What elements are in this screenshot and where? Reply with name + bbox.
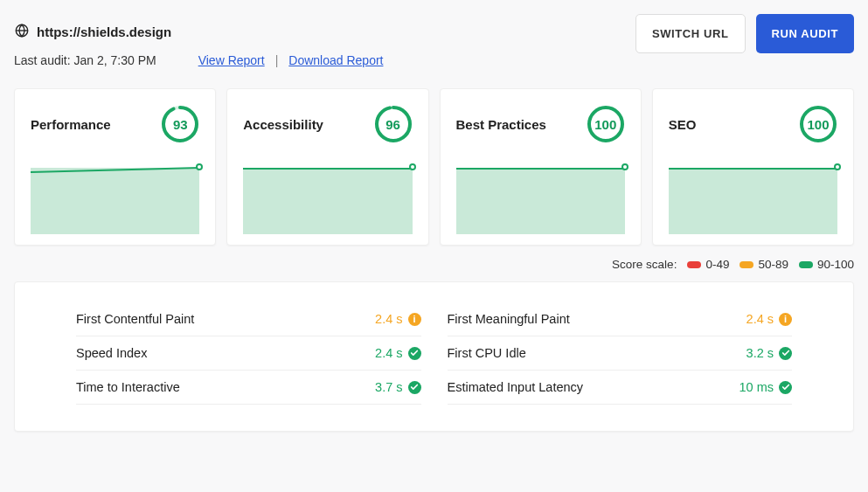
sparkline: [456, 168, 625, 234]
card-seo[interactable]: SEO 100: [652, 88, 854, 246]
metric-row: Time to Interactive3.7 s: [76, 371, 421, 405]
sparkline: [31, 168, 199, 234]
sparkline: [669, 168, 837, 234]
card-title: Performance: [31, 117, 111, 132]
score-value: 100: [587, 105, 625, 143]
metric-row: Speed Index2.4 s: [76, 336, 421, 371]
legend-mid: 50-89: [740, 258, 788, 271]
status-pass-icon: [408, 347, 421, 360]
pill-green-icon: [799, 261, 813, 268]
card-title: SEO: [669, 117, 697, 132]
separator: |: [275, 53, 279, 67]
score-gauge: 100: [587, 105, 625, 143]
score-value: 96: [374, 105, 413, 143]
sparkline: [243, 168, 412, 234]
score-gauge: 93: [161, 105, 199, 143]
card-performance[interactable]: Performance 93: [14, 88, 216, 246]
metrics-panel: First Contentful Paint2.4 siSpeed Index2…: [14, 281, 854, 432]
card-title: Best Practices: [456, 117, 546, 132]
pill-red-icon: [687, 261, 701, 268]
status-warn-icon: i: [408, 313, 421, 326]
metric-value: 2.4 si: [746, 312, 792, 326]
url-row: https://shields.design: [14, 14, 383, 41]
metrics-column-right: First Meaningful Paint2.4 siFirst CPU Id…: [448, 312, 793, 405]
metric-row: First CPU Idle3.2 s: [448, 336, 793, 371]
header-right: SWITCH URL RUN AUDIT: [635, 14, 854, 53]
metric-row: Estimated Input Latency10 ms: [448, 371, 793, 405]
score-gauge: 100: [799, 105, 837, 143]
metric-value: 3.7 s: [375, 380, 420, 394]
pill-orange-icon: [740, 261, 753, 268]
metric-value: 3.2 s: [746, 346, 792, 360]
metric-value: 10 ms: [740, 380, 793, 394]
score-value: 100: [799, 105, 837, 143]
page-url: https://shields.design: [37, 24, 171, 39]
metric-value: 2.4 s: [375, 346, 420, 360]
meta-row: Last audit: Jan 2, 7:30 PM View Report |…: [14, 53, 383, 67]
view-report-link[interactable]: View Report: [198, 53, 265, 67]
metric-label: Estimated Input Latency: [448, 380, 584, 394]
switch-url-button[interactable]: SWITCH URL: [635, 14, 746, 53]
last-audit-label: Last audit: Jan 2, 7:30 PM: [14, 53, 156, 67]
metric-label: First Meaningful Paint: [448, 312, 570, 326]
card-accessibility[interactable]: Accessibility 96: [226, 88, 428, 246]
metric-label: Time to Interactive: [76, 380, 180, 394]
metrics-column-left: First Contentful Paint2.4 siSpeed Index2…: [76, 312, 421, 405]
metric-label: First Contentful Paint: [76, 312, 194, 326]
globe-icon: [14, 23, 30, 41]
score-value: 93: [161, 105, 199, 143]
status-warn-icon: i: [779, 313, 792, 326]
status-pass-icon: [779, 381, 792, 394]
score-gauge: 96: [374, 105, 413, 143]
run-audit-button[interactable]: RUN AUDIT: [756, 14, 854, 53]
metric-label: Speed Index: [76, 346, 147, 360]
legend-high: 90-100: [799, 258, 854, 271]
header: https://shields.design Last audit: Jan 2…: [14, 14, 854, 67]
legend-label: Score scale:: [612, 258, 677, 271]
header-left: https://shields.design Last audit: Jan 2…: [14, 14, 383, 67]
score-cards: Performance 93 Accessibility 96: [14, 88, 854, 246]
card-best-practices[interactable]: Best Practices 100: [440, 88, 642, 246]
score-legend: Score scale: 0-49 50-89 90-100: [14, 258, 854, 271]
status-pass-icon: [779, 347, 792, 360]
metric-value: 2.4 si: [375, 312, 420, 326]
metric-row: First Meaningful Paint2.4 si: [448, 312, 793, 336]
download-report-link[interactable]: Download Report: [288, 53, 383, 67]
metric-label: First CPU Idle: [448, 346, 526, 360]
status-pass-icon: [408, 381, 421, 394]
card-title: Accessibility: [243, 117, 323, 132]
metric-row: First Contentful Paint2.4 si: [76, 312, 421, 336]
legend-low: 0-49: [687, 258, 729, 271]
